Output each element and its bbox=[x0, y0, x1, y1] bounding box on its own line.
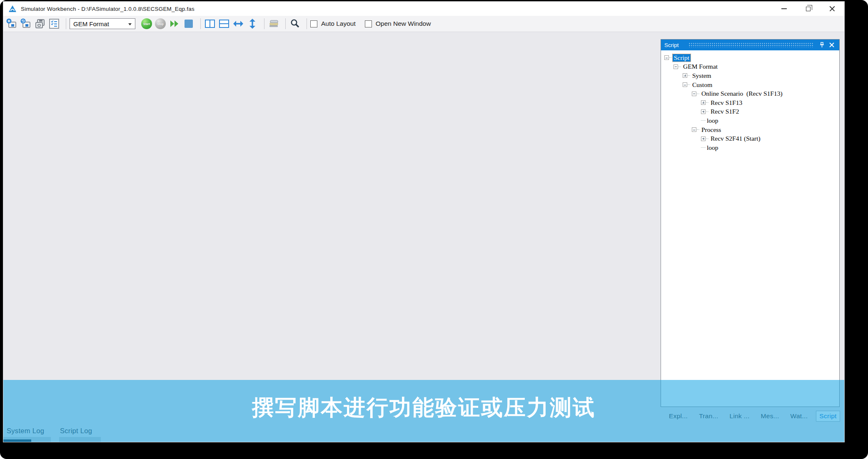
log-tab-strip: System Log Script Log bbox=[3, 425, 170, 442]
collapse-icon[interactable] bbox=[692, 127, 696, 132]
tree-node[interactable]: Recv S1F13 bbox=[664, 98, 838, 107]
pin-icon bbox=[819, 42, 825, 48]
app-logo-icon bbox=[8, 5, 17, 12]
tree-node[interactable]: Recv S1F2 bbox=[664, 107, 838, 117]
format-combobox[interactable]: GEM Format bbox=[70, 18, 135, 29]
dock-tab-tran[interactable]: Tran... bbox=[696, 411, 721, 421]
minimize-button[interactable] bbox=[772, 2, 796, 16]
tree-node[interactable]: Script bbox=[664, 53, 838, 62]
search-icon bbox=[290, 19, 300, 29]
tree-node-label: Online Scenario (Recv S1F13) bbox=[700, 90, 784, 97]
search-button[interactable] bbox=[289, 18, 301, 30]
collapse-icon[interactable] bbox=[683, 82, 687, 87]
start-button[interactable]: Start bbox=[141, 18, 152, 29]
minimize-icon bbox=[781, 8, 787, 9]
dock-tab-wat[interactable]: Wat... bbox=[788, 411, 811, 421]
tree-node[interactable]: Process bbox=[664, 125, 838, 134]
open-new-window-checkbox[interactable] bbox=[365, 20, 372, 27]
main-toolbar: GEM Format Start Stop bbox=[3, 16, 844, 32]
script-panel: Script ScriptGEM FormatSystemCustomOnlin… bbox=[661, 39, 840, 407]
expand-icon[interactable] bbox=[701, 136, 706, 141]
new-scenario-button[interactable] bbox=[6, 18, 17, 30]
dock-tab-link[interactable]: Link ... bbox=[727, 411, 753, 421]
tree-node-label: GEM Format bbox=[682, 63, 719, 70]
tree-node-label: Custom bbox=[691, 81, 713, 89]
auto-layout-label: Auto Layout bbox=[321, 20, 356, 27]
tree-node-label: System bbox=[691, 72, 713, 79]
tree-node[interactable]: GEM Format bbox=[664, 62, 838, 72]
window-refresh-icon bbox=[20, 18, 31, 29]
dock-tab-mes[interactable]: Mes... bbox=[758, 411, 782, 421]
window-title: Simulator Workbench - D:\FASimulator_1.0… bbox=[21, 6, 195, 12]
auto-layout-checkbox[interactable] bbox=[310, 20, 317, 27]
tree-node[interactable]: Custom bbox=[664, 80, 838, 89]
layers-button[interactable] bbox=[268, 18, 279, 30]
tree-node[interactable]: Online Scenario (Recv S1F13) bbox=[664, 89, 838, 98]
layers-icon bbox=[268, 19, 279, 28]
close-icon bbox=[829, 42, 834, 47]
restore-button[interactable] bbox=[796, 2, 820, 16]
script-list-button[interactable] bbox=[48, 18, 60, 30]
split-vertical-icon bbox=[205, 20, 215, 28]
run-fast-button[interactable] bbox=[169, 18, 180, 30]
tree-node-label: loop bbox=[706, 144, 720, 151]
dock-tab-expl[interactable]: Expl... bbox=[666, 411, 691, 421]
tree-node[interactable]: loop bbox=[664, 143, 838, 152]
collapse-icon[interactable] bbox=[664, 55, 669, 60]
active-log-tab-indicator bbox=[3, 439, 31, 442]
script-log-tab-bar bbox=[59, 437, 101, 442]
toolbar-separator bbox=[285, 18, 286, 29]
expand-vertical-button[interactable] bbox=[247, 18, 258, 30]
tree-connector bbox=[688, 75, 690, 76]
tree-connector bbox=[678, 67, 681, 67]
tree-connector bbox=[688, 84, 690, 85]
expand-icon[interactable] bbox=[701, 100, 706, 105]
tree-node-label: Recv S2F41 (Start) bbox=[709, 135, 762, 142]
tab-system-log[interactable]: System Log bbox=[7, 427, 44, 435]
stop-button[interactable]: Stop bbox=[155, 18, 166, 29]
tree-connector bbox=[701, 147, 706, 148]
save-all-button[interactable] bbox=[34, 18, 46, 30]
arrows-horizontal-icon bbox=[233, 20, 244, 27]
tree-node-label: Script bbox=[673, 54, 691, 62]
dock-tab-script[interactable]: Script bbox=[816, 411, 840, 422]
tree-node-label: Recv S1F2 bbox=[709, 108, 740, 115]
stop-run-button[interactable] bbox=[183, 18, 195, 30]
expand-icon[interactable] bbox=[701, 109, 706, 114]
collapse-icon[interactable] bbox=[692, 92, 696, 96]
tree-node[interactable]: loop bbox=[664, 116, 838, 125]
split-horizontal-icon bbox=[219, 20, 229, 28]
tree-node[interactable]: Recv S2F41 (Start) bbox=[664, 134, 838, 143]
toolbar-separator bbox=[264, 18, 264, 29]
tree-connector bbox=[669, 57, 672, 58]
tab-script-log[interactable]: Script Log bbox=[60, 427, 92, 435]
close-button[interactable] bbox=[820, 2, 844, 16]
tree-node-label: loop bbox=[706, 117, 720, 124]
script-panel-title: Script bbox=[664, 42, 679, 48]
close-icon bbox=[829, 6, 835, 12]
open-new-window-label: Open New Window bbox=[376, 20, 431, 27]
reload-scenario-button[interactable] bbox=[20, 18, 32, 30]
checklist-icon bbox=[49, 18, 59, 29]
split-vertical-button[interactable] bbox=[204, 18, 216, 30]
tree-connector bbox=[706, 102, 708, 103]
split-horizontal-button[interactable] bbox=[218, 18, 230, 30]
stop-button-label: Stop bbox=[157, 22, 164, 25]
close-panel-button[interactable] bbox=[827, 40, 837, 50]
start-button-label: Start bbox=[143, 22, 150, 25]
dock-tab-strip: Expl...Tran...Link ...Mes...Wat...Script bbox=[661, 410, 841, 422]
expand-icon[interactable] bbox=[683, 73, 687, 78]
title-bar: Simulator Workbench - D:\FASimulator_1.0… bbox=[3, 2, 844, 16]
fast-forward-icon bbox=[169, 20, 180, 28]
tree-connector bbox=[697, 94, 699, 94]
pin-panel-button[interactable] bbox=[817, 40, 827, 50]
caption-text: 撰写脚本进行功能验证或压力测试 bbox=[252, 393, 596, 422]
toolbar-separator bbox=[307, 18, 307, 29]
tree-connector bbox=[706, 112, 708, 112]
expand-horizontal-button[interactable] bbox=[232, 18, 244, 30]
tree-node[interactable]: System bbox=[664, 71, 838, 80]
chevron-down-icon bbox=[128, 23, 132, 25]
script-tree: ScriptGEM FormatSystemCustomOnline Scena… bbox=[661, 50, 839, 407]
tree-connector bbox=[701, 120, 706, 121]
collapse-icon[interactable] bbox=[673, 65, 678, 69]
